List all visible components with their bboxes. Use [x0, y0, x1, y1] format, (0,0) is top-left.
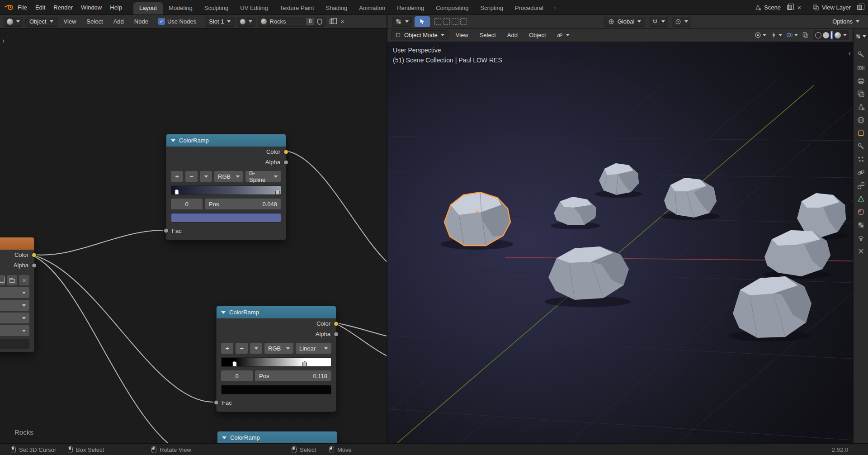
menu-add[interactable]: Add [109, 16, 128, 27]
tab-rendering[interactable]: Rendering [391, 2, 430, 14]
gizmos-dropdown[interactable] [770, 32, 782, 38]
new-material-button[interactable] [328, 18, 336, 26]
tab-uv-editing[interactable]: UV Editing [234, 2, 274, 14]
collapse-icon[interactable] [222, 436, 226, 439]
transform-pivot-dropdown[interactable] [553, 30, 573, 40]
collapse-icon[interactable] [171, 139, 175, 142]
interpolation-dropdown[interactable]: Linear [296, 343, 331, 354]
shading-material-active[interactable] [830, 31, 833, 39]
image-setting-dropdown-1[interactable] [0, 287, 29, 298]
tab-texture-icon[interactable] [857, 221, 865, 229]
tab-particles-icon[interactable] [857, 156, 865, 163]
colorramp-node-3[interactable]: ColorRamp [217, 431, 337, 443]
socket-color-output[interactable] [334, 321, 339, 326]
tab-physics-icon[interactable] [857, 169, 865, 176]
tab-view-layer-icon[interactable] [857, 90, 865, 98]
image-setting-dropdown-4[interactable] [0, 325, 29, 336]
socket-alpha-output[interactable] [283, 160, 288, 165]
add-stop-button[interactable]: + [171, 171, 183, 182]
browse-material-dropdown[interactable] [237, 17, 255, 27]
tab-texture-paint[interactable]: Texture Paint [274, 2, 320, 14]
ramp2-gradient[interactable] [221, 357, 331, 367]
blender-logo-icon[interactable] [5, 4, 14, 11]
editor-type-dropdown[interactable] [4, 17, 23, 27]
tab-scripting[interactable]: Scripting [474, 2, 509, 14]
tab-layout[interactable]: Layout [133, 2, 163, 14]
remove-stop-button[interactable]: − [236, 343, 248, 354]
ramp1-gradient[interactable] [171, 185, 281, 195]
xray-toggle-icon[interactable] [802, 32, 809, 38]
select-mode-extend-icon[interactable] [443, 18, 450, 25]
material-name-field[interactable]: Rocks 8 [258, 17, 326, 27]
tab-object-icon[interactable] [857, 129, 865, 137]
tab-output-icon[interactable] [857, 77, 865, 85]
ramp-stop-handle[interactable] [232, 361, 237, 367]
tool-settings-dropdown[interactable] [392, 17, 412, 27]
scene-selector[interactable]: Scene [752, 3, 783, 12]
ramp-stop-handle[interactable] [302, 361, 307, 367]
color-mode-dropdown[interactable]: RGB [264, 343, 293, 354]
properties-editor-type-dropdown[interactable] [855, 31, 866, 42]
ramp1-swatch[interactable] [171, 213, 281, 223]
duplicate-image-button[interactable] [0, 275, 5, 285]
stop-position-slider[interactable]: Pos 0.118 [255, 370, 331, 381]
open-image-button[interactable] [7, 275, 17, 285]
tab-modifiers-icon[interactable] [857, 142, 865, 150]
image-setting-dropdown-2[interactable] [0, 300, 29, 311]
menu-window[interactable]: Window [77, 2, 106, 13]
use-nodes-checkbox[interactable] [158, 18, 165, 25]
menu-add[interactable]: Add [503, 30, 522, 40]
stop-index-field[interactable]: 0 [171, 199, 203, 209]
tab-world-icon[interactable] [857, 116, 865, 124]
tab-close-icon[interactable] [857, 247, 865, 255]
ramp-stop-handle[interactable] [275, 189, 280, 195]
active-tool-select-box-button[interactable] [415, 16, 430, 27]
menu-select[interactable]: Select [476, 30, 500, 40]
mode-dropdown[interactable]: Object Mode [391, 30, 448, 40]
menu-select[interactable]: Select [83, 16, 107, 27]
select-mode-new-icon[interactable] [434, 18, 441, 25]
material-slot-dropdown[interactable]: Slot 1 [205, 17, 235, 27]
menu-node[interactable]: Node [130, 16, 152, 27]
tab-animation[interactable]: Animation [353, 2, 391, 14]
tab-object-data-icon[interactable] [857, 195, 865, 203]
ramp-tools-dropdown[interactable] [250, 343, 262, 354]
options-dropdown[interactable]: Options [828, 17, 863, 27]
tab-probe-icon[interactable] [857, 234, 865, 242]
proportional-edit-dropdown[interactable] [672, 17, 691, 27]
tab-modeling[interactable]: Modeling [163, 2, 198, 14]
menu-file[interactable]: File [14, 2, 31, 13]
unlink-material-button[interactable] [338, 18, 346, 26]
node-header[interactable]: ColorRamp [166, 134, 286, 147]
socket-alpha-output[interactable] [334, 332, 339, 337]
overlays-dropdown[interactable] [786, 32, 798, 38]
menu-object[interactable]: Object [525, 30, 550, 40]
node-header[interactable] [0, 237, 34, 250]
unlink-scene-button[interactable] [795, 3, 803, 11]
color-mode-dropdown[interactable]: RGB [214, 171, 243, 182]
view-layer-selector[interactable]: View Layer [810, 3, 854, 12]
tab-active-tool-icon[interactable] [857, 51, 865, 58]
menu-edit[interactable]: Edit [31, 2, 49, 13]
shading-rendered-icon[interactable] [835, 32, 841, 38]
stop-position-slider[interactable]: Pos 0.048 [205, 199, 281, 209]
tab-constraints-icon[interactable] [857, 182, 865, 190]
menu-render[interactable]: Render [49, 2, 77, 13]
image-texture-node[interactable]: Color Alpha [0, 237, 34, 352]
image-colorspace-field[interactable] [0, 339, 29, 349]
fake-user-shield-icon[interactable] [317, 19, 322, 25]
menu-view[interactable]: View [60, 16, 80, 27]
socket-color-output[interactable] [32, 252, 37, 257]
add-view-layer-button[interactable] [855, 3, 863, 11]
interpolation-dropdown[interactable]: B-Spline [245, 171, 281, 182]
socket-fac-input[interactable] [164, 228, 169, 233]
socket-alpha-output[interactable] [32, 263, 37, 268]
add-workspace-button[interactable]: + [549, 2, 561, 14]
tab-shading[interactable]: Shading [320, 2, 354, 14]
shader-type-dropdown[interactable]: Object [25, 17, 57, 27]
socket-fac-input[interactable] [214, 400, 219, 405]
new-scene-button[interactable] [785, 3, 793, 11]
sidebar-expand-arrow[interactable] [849, 49, 851, 57]
unlink-image-button[interactable] [19, 275, 29, 285]
ramp2-swatch[interactable] [221, 385, 331, 394]
